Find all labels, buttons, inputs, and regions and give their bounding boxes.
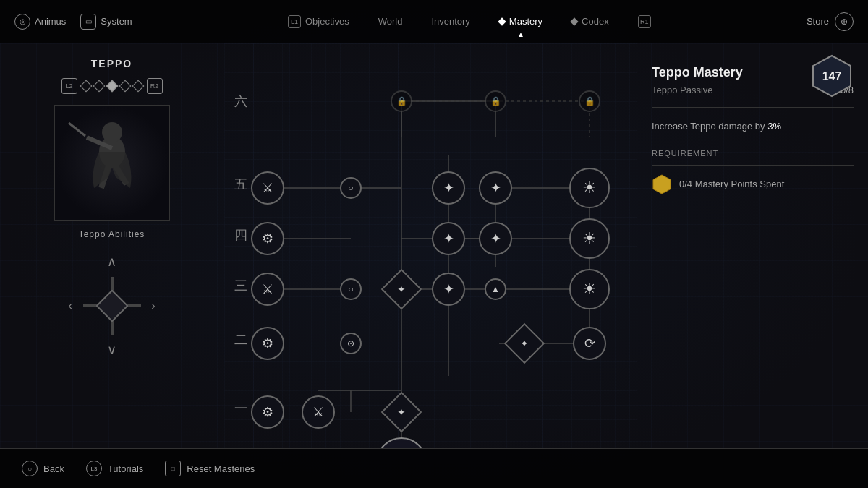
node-3-2[interactable]: ○ [340,278,362,300]
node-2-2[interactable]: ⊙ [340,333,362,354]
node-1-2[interactable]: ⚔ [302,395,335,429]
node-3-3[interactable]: ✦ [432,273,465,306]
row-2-label: 二 [230,331,252,348]
nav-left-arrow[interactable]: ‹ [69,299,72,312]
req-divider [652,165,854,166]
node-1-diamond-symbol: ✦ [397,406,406,418]
node-5-5[interactable]: ☀ [569,168,610,208]
right-panel: 147 Teppo Mastery Teppo Passive 0/8 Incr… [637,43,868,448]
svg-point-1 [102,122,122,142]
requirement-text: 0/4 Mastery Points Spent [679,179,784,189]
tab-world[interactable]: World [367,12,414,31]
node-4-3-symbol: ✦ [490,231,501,247]
store-button[interactable]: Store ⊕ [807,12,854,31]
node-1-1[interactable]: ⚙ [251,395,284,429]
nav-up-arrow[interactable]: ∧ [107,254,116,270]
left-panel: TEPPO L2 R2 Teppo Abilities ∧ [0,43,224,448]
char-abilities-label: Teppo Abilities [79,229,145,239]
character-silhouette [65,112,159,213]
node-5-2[interactable]: ○ [340,177,362,199]
bottom-nav: ○ Back L3 Tutorials □ Reset Masteries [0,448,868,488]
back-button[interactable]: ○ Back [22,461,64,476]
node-2-diamond[interactable]: ✦ [504,323,545,364]
mastery-points-hex: 147 [810,54,854,98]
node-4-4[interactable]: ☀ [569,218,610,259]
animus-menu[interactable]: ◎ Animus [14,14,66,30]
reset-label: Reset Masteries [187,463,255,474]
skill-tree-bg: 六 五 四 三 二 一 🔒 🔒 🔒 ⚔ ○ ✦ ✦ ☀ [224,43,637,448]
row-1-label: 一 [230,400,252,417]
node-6-1[interactable]: 🔒 [391,90,412,112]
back-icon: ○ [22,461,38,476]
node-5-1[interactable]: ⚔ [251,171,284,205]
skill-tree-area: 六 五 四 三 二 一 🔒 🔒 🔒 ⚔ ○ ✦ ✦ ☀ [224,43,637,448]
system-label: System [101,16,132,27]
system-menu[interactable]: ▭ System [80,14,132,30]
dot-3 [106,80,118,93]
tab-objectives-label: Objectives [305,16,349,27]
l2-badge: L2 [61,78,77,94]
node-4-1[interactable]: ⚙ [251,222,284,255]
node-5-4[interactable]: ✦ [479,171,512,205]
tab-mastery[interactable]: Mastery [488,12,554,31]
node-6-3[interactable]: 🔒 [579,90,600,112]
node-3-5[interactable]: ☀ [569,269,610,309]
nav-down-arrow[interactable]: ∨ [107,342,116,358]
node-3-diamond[interactable]: ✦ [381,269,422,310]
character-title: TEPPO [91,58,132,69]
tab-codex[interactable]: Codex [560,12,621,31]
dot-1 [80,80,92,93]
back-label: Back [43,463,64,474]
node-2-2-symbol: ⊙ [347,338,354,348]
node-1-diamond-inner: ✦ [397,406,406,419]
nav-right: Store ⊕ [807,12,854,31]
node-3-1[interactable]: ⚔ [251,273,284,306]
node-2-1-symbol: ⚙ [262,335,273,351]
node-3-1-symbol: ⚔ [262,281,273,297]
hub-node[interactable]: 習得 [376,437,427,448]
store-label: Store [807,16,829,27]
mastery-diamond-icon [498,17,506,25]
node-3-4[interactable]: ▲ [485,278,506,300]
tab-objectives[interactable]: L1 Objectives [276,11,361,33]
requirement-label: REQUIREMENT [652,149,854,158]
tab-inventory[interactable]: Inventory [420,12,481,31]
lock-icon-6-3: 🔒 [584,96,595,106]
tutorials-button[interactable]: L3 Tutorials [86,461,143,476]
tab-inventory-label: Inventory [431,16,469,27]
panel-divider-1 [652,107,854,108]
node-1-diamond[interactable]: ✦ [381,392,422,433]
tutorials-icon: L3 [86,461,102,476]
animus-icon: ◎ [14,14,30,30]
panel-desc-highlight: 3% [767,121,781,132]
node-4-2[interactable]: ✦ [432,222,465,255]
node-6-2[interactable]: 🔒 [485,90,506,112]
r2-badge: R2 [147,78,163,94]
animus-label: Animus [35,16,66,27]
node-4-3[interactable]: ✦ [479,222,512,255]
req-hex-icon [652,174,672,194]
node-5-1-symbol: ⚔ [262,180,273,196]
svg-text:147: 147 [822,70,842,82]
node-3-5-symbol: ☀ [582,280,597,299]
dot-4 [119,80,131,93]
panel-subtitle-text: Teppo Passive [652,85,713,95]
character-nav: ∧ ‹ › ∨ [83,254,141,358]
codex-diamond-icon [570,17,578,25]
node-2-3[interactable]: ⟳ [573,327,606,360]
store-icon: ⊕ [835,12,854,31]
node-3-diamond-symbol: ✦ [397,283,406,295]
row-6-label: 六 [230,93,252,110]
node-5-4-symbol: ✦ [490,180,501,196]
r1-badge: R1 [638,15,651,28]
cross-center-diamond [95,289,128,322]
tab-codex-label: Codex [582,16,609,27]
node-5-3[interactable]: ✦ [432,171,465,205]
nav-right-arrow[interactable]: › [151,299,155,312]
node-1-2-symbol: ⚔ [312,404,324,420]
node-2-1[interactable]: ⚙ [251,327,284,360]
reset-icon: □ [165,461,181,476]
system-icon: ▭ [80,14,96,30]
reset-button[interactable]: □ Reset Masteries [165,461,255,476]
node-3-3-symbol: ✦ [443,281,454,297]
